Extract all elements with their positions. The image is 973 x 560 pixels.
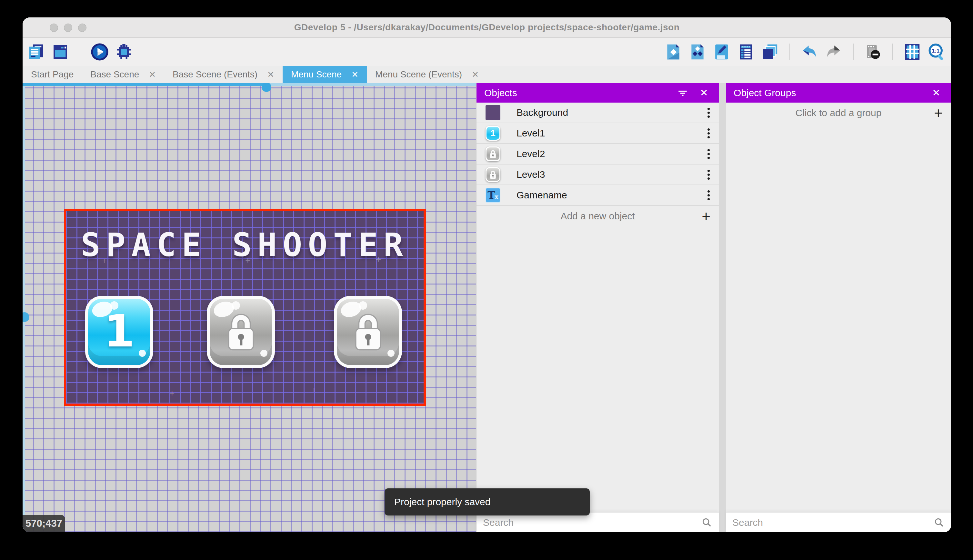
tab-label: Base Scene bbox=[90, 69, 139, 80]
search-icon bbox=[934, 517, 945, 528]
object-groups-panel: Object Groups ✕ Click to add a group + bbox=[726, 83, 951, 532]
titlebar: GDevelop 5 - /Users/dkarakay/Documents/G… bbox=[23, 17, 951, 38]
close-tab-icon[interactable]: ✕ bbox=[472, 70, 479, 79]
panel-divider bbox=[719, 83, 726, 532]
close-tab-icon[interactable]: ✕ bbox=[352, 70, 358, 79]
redo-icon[interactable] bbox=[824, 43, 843, 61]
main-toolbar: 1:1 bbox=[23, 38, 951, 66]
close-panel-icon[interactable]: ✕ bbox=[697, 86, 711, 100]
toolbar-divider bbox=[790, 43, 790, 60]
tab-start-page[interactable]: Start Page bbox=[23, 66, 82, 83]
object-menu-icon[interactable] bbox=[705, 190, 712, 200]
objects-panel-header: Objects ✕ bbox=[477, 83, 719, 103]
horizontal-scrollbar-fill bbox=[23, 83, 267, 86]
toolbar-divider bbox=[853, 43, 854, 60]
objects-panel-icon[interactable] bbox=[664, 43, 683, 61]
instances-list-icon[interactable] bbox=[736, 43, 755, 61]
tab-label: Menu Scene (Events) bbox=[375, 69, 462, 80]
object-name: Background bbox=[516, 107, 705, 118]
toast-message: Project properly saved bbox=[394, 497, 490, 507]
horizontal-scrollbar-handle[interactable] bbox=[262, 83, 271, 92]
editor-tab-bar: Start Page Base Scene ✕ Base Scene (Even… bbox=[23, 66, 951, 83]
level1-thumbnail: 1 bbox=[485, 126, 500, 141]
object-name: Level3 bbox=[516, 169, 705, 180]
groups-search-input[interactable] bbox=[726, 513, 951, 532]
toolbar-divider bbox=[80, 43, 80, 60]
debug-icon[interactable] bbox=[115, 43, 133, 61]
toggle-grid-icon[interactable] bbox=[903, 43, 922, 61]
search-icon bbox=[701, 517, 712, 528]
layers-panel-icon[interactable] bbox=[761, 43, 780, 61]
object-row-level3[interactable]: Level3 bbox=[477, 165, 719, 185]
level2-thumbnail bbox=[485, 147, 500, 161]
main-content: + + + + + + + + SPACE SHOOTER 1 bbox=[23, 83, 951, 532]
objects-panel: Objects ✕ Background 1 Level1 bbox=[476, 83, 719, 532]
object-menu-icon[interactable] bbox=[705, 108, 712, 118]
close-tab-icon[interactable]: ✕ bbox=[267, 70, 274, 79]
button-highlight bbox=[260, 350, 267, 357]
svg-text:1:1: 1:1 bbox=[932, 48, 940, 54]
tab-label: Base Scene (Events) bbox=[173, 69, 257, 80]
level3-thumbnail bbox=[485, 167, 500, 182]
vertical-scrollbar[interactable] bbox=[23, 83, 25, 532]
vertical-scrollbar-handle[interactable] bbox=[23, 312, 29, 322]
star-decoration: + bbox=[311, 385, 317, 395]
zoom-one-to-one-icon[interactable]: 1:1 bbox=[927, 43, 946, 61]
tab-label: Start Page bbox=[31, 69, 73, 80]
undo-icon[interactable] bbox=[800, 43, 819, 61]
plus-icon: + bbox=[702, 209, 710, 223]
add-group-button[interactable]: Click to add a group + bbox=[726, 103, 951, 123]
close-tab-icon[interactable]: ✕ bbox=[149, 70, 156, 79]
tab-menu-scene-events[interactable]: Menu Scene (Events) ✕ bbox=[367, 66, 487, 83]
level1-number: 1 bbox=[103, 305, 135, 357]
play-icon[interactable] bbox=[90, 43, 109, 61]
tab-base-scene-events[interactable]: Base Scene (Events) ✕ bbox=[164, 66, 283, 83]
level1-button-instance[interactable]: 1 bbox=[85, 296, 153, 368]
window-title: GDevelop 5 - /Users/dkarakay/Documents/G… bbox=[23, 17, 951, 37]
tab-base-scene[interactable]: Base Scene ✕ bbox=[82, 66, 164, 83]
lock-icon bbox=[352, 311, 385, 353]
objects-panel-title: Objects bbox=[484, 87, 517, 98]
plus-icon: + bbox=[934, 105, 943, 120]
close-panel-icon[interactable]: ✕ bbox=[929, 86, 943, 100]
button-highlight bbox=[387, 350, 395, 357]
button-highlight bbox=[139, 350, 146, 357]
cursor-coordinates-badge: 570;437 bbox=[23, 515, 65, 532]
object-groups-panel-header: Object Groups ✕ bbox=[726, 83, 951, 103]
object-menu-icon[interactable] bbox=[705, 149, 712, 159]
scene-editor-icon[interactable] bbox=[51, 43, 70, 61]
project-manager-icon[interactable] bbox=[27, 43, 45, 61]
object-groups-empty-area bbox=[726, 123, 951, 512]
object-groups-panel-title: Object Groups bbox=[734, 87, 796, 98]
level3-button-instance[interactable] bbox=[334, 296, 402, 368]
properties-panel-icon[interactable] bbox=[712, 43, 731, 61]
scene-window-instance[interactable]: + + + + + + + + SPACE SHOOTER 1 bbox=[64, 209, 426, 406]
object-row-level1[interactable]: 1 Level1 bbox=[477, 123, 719, 144]
toggle-mask-icon[interactable] bbox=[864, 43, 882, 61]
object-name: Level1 bbox=[516, 128, 705, 139]
groups-search-row bbox=[726, 512, 951, 532]
gdevelop-window: GDevelop 5 - /Users/dkarakay/Documents/G… bbox=[23, 17, 951, 532]
objects-search-input[interactable] bbox=[477, 513, 719, 532]
text-object-thumbnail: Tx bbox=[485, 188, 500, 203]
scene-editor-canvas[interactable]: + + + + + + + + SPACE SHOOTER 1 bbox=[23, 83, 476, 532]
object-row-background[interactable]: Background bbox=[477, 103, 719, 123]
add-new-object-button[interactable]: Add a new object + bbox=[477, 206, 719, 227]
filter-icon[interactable] bbox=[676, 86, 690, 100]
star-decoration: + bbox=[169, 389, 175, 398]
object-menu-icon[interactable] bbox=[705, 128, 712, 138]
object-name: Level2 bbox=[516, 148, 705, 159]
background-thumbnail bbox=[485, 105, 500, 120]
object-groups-panel-icon[interactable] bbox=[688, 43, 707, 61]
toolbar-divider bbox=[892, 43, 893, 60]
save-toast: Project properly saved bbox=[385, 488, 590, 515]
object-menu-icon[interactable] bbox=[705, 170, 712, 180]
game-title-text-instance[interactable]: SPACE SHOOTER bbox=[66, 226, 423, 264]
object-row-level2[interactable]: Level2 bbox=[477, 144, 719, 165]
object-row-gamename[interactable]: Tx Gamename bbox=[477, 185, 719, 206]
lock-icon bbox=[224, 311, 258, 353]
level2-button-instance[interactable] bbox=[207, 296, 275, 368]
screenshot-background: GDevelop 5 - /Users/dkarakay/Documents/G… bbox=[0, 0, 973, 560]
tab-menu-scene[interactable]: Menu Scene ✕ bbox=[283, 66, 367, 83]
objects-panel-empty-area bbox=[477, 227, 719, 512]
